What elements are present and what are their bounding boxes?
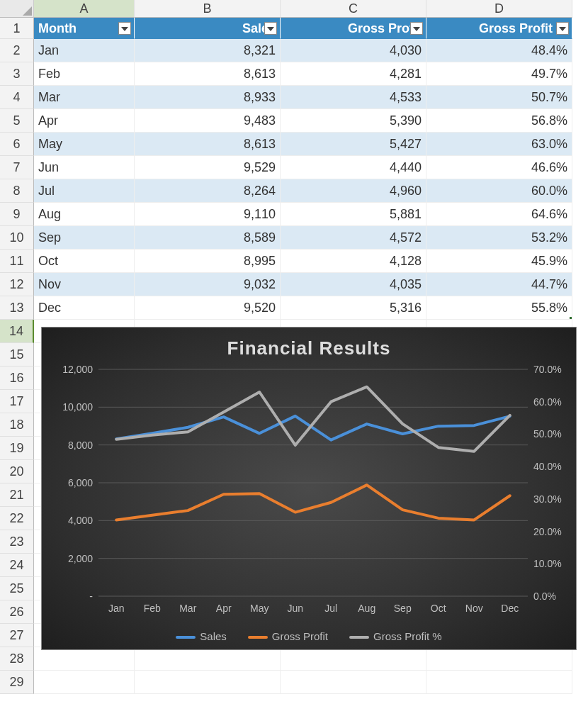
cell[interactable]: 5,316 xyxy=(281,296,426,320)
cell[interactable]: 8,321 xyxy=(135,39,281,62)
cell[interactable]: 5,427 xyxy=(281,133,426,156)
cell[interactable]: 55.8% xyxy=(426,296,572,320)
column-header-D[interactable]: D xyxy=(426,0,572,18)
row-header-14[interactable]: 14 xyxy=(0,320,34,343)
cell[interactable]: 9,520 xyxy=(135,296,281,320)
cell[interactable]: 8,589 xyxy=(135,226,281,250)
row-header-25[interactable]: 25 xyxy=(0,577,34,600)
row-header-15[interactable]: 15 xyxy=(0,343,34,367)
table-header[interactable]: Gross Profit xyxy=(281,18,426,39)
cell[interactable]: 9,110 xyxy=(135,203,281,226)
cell[interactable]: 50.7% xyxy=(426,86,572,109)
cell[interactable]: 4,533 xyxy=(281,86,426,109)
cell[interactable]: 4,035 xyxy=(281,273,426,296)
select-all-corner[interactable] xyxy=(0,0,34,18)
row-header-21[interactable]: 21 xyxy=(0,483,34,507)
cell[interactable]: 8,613 xyxy=(135,62,281,86)
row-header-23[interactable]: 23 xyxy=(0,530,34,554)
cell[interactable]: Mar xyxy=(34,86,135,109)
cell[interactable]: 48.4% xyxy=(426,39,572,62)
cell[interactable]: 45.9% xyxy=(426,250,572,273)
cell[interactable]: 56.8% xyxy=(426,109,572,133)
cell[interactable]: 4,128 xyxy=(281,250,426,273)
cell[interactable]: 4,440 xyxy=(281,156,426,179)
cell[interactable]: Aug xyxy=(34,203,135,226)
legend-item[interactable]: Gross Profit xyxy=(248,630,328,642)
cell[interactable] xyxy=(426,671,572,694)
cell[interactable]: 4,281 xyxy=(281,62,426,86)
filter-dropdown-icon[interactable] xyxy=(118,22,131,35)
filter-dropdown-icon[interactable] xyxy=(410,22,423,35)
row-header-1[interactable]: 1 xyxy=(0,18,34,39)
legend-item[interactable]: Gross Profit % xyxy=(349,630,442,642)
cell[interactable] xyxy=(281,647,426,671)
table-header[interactable]: Gross Profit % xyxy=(426,18,572,39)
cell[interactable]: Sep xyxy=(34,226,135,250)
fill-handle[interactable] xyxy=(570,317,572,320)
row-header-12[interactable]: 12 xyxy=(0,273,34,296)
cell[interactable]: 64.6% xyxy=(426,203,572,226)
cell[interactable]: 60.0% xyxy=(426,179,572,203)
row-header-17[interactable]: 17 xyxy=(0,390,34,413)
cell[interactable]: 53.2% xyxy=(426,226,572,250)
cell[interactable]: 63.0% xyxy=(426,133,572,156)
row-header-9[interactable]: 9 xyxy=(0,203,34,226)
table-header[interactable]: Sales xyxy=(135,18,281,39)
cell[interactable]: 9,483 xyxy=(135,109,281,133)
cell[interactable]: 8,613 xyxy=(135,133,281,156)
row-header-20[interactable]: 20 xyxy=(0,460,34,483)
cell[interactable]: Jul xyxy=(34,179,135,203)
row-header-2[interactable]: 2 xyxy=(0,39,34,62)
cell[interactable] xyxy=(34,671,135,694)
row-header-7[interactable]: 7 xyxy=(0,156,34,179)
row-header-11[interactable]: 11 xyxy=(0,250,34,273)
column-header-C[interactable]: C xyxy=(281,0,426,18)
cell[interactable]: 44.7% xyxy=(426,273,572,296)
cell[interactable]: 46.6% xyxy=(426,156,572,179)
cell[interactable] xyxy=(281,671,426,694)
cell[interactable] xyxy=(426,647,572,671)
row-header-3[interactable]: 3 xyxy=(0,62,34,86)
cell[interactable]: 8,264 xyxy=(135,179,281,203)
row-header-10[interactable]: 10 xyxy=(0,226,34,250)
cell[interactable]: Dec xyxy=(34,296,135,320)
cell[interactable]: 5,390 xyxy=(281,109,426,133)
row-header-8[interactable]: 8 xyxy=(0,179,34,203)
cell[interactable]: 5,881 xyxy=(281,203,426,226)
cell[interactable] xyxy=(34,647,135,671)
cell[interactable]: Jun xyxy=(34,156,135,179)
cell[interactable] xyxy=(135,671,281,694)
row-header-29[interactable]: 29 xyxy=(0,671,34,694)
row-header-18[interactable]: 18 xyxy=(0,413,34,437)
row-header-24[interactable]: 24 xyxy=(0,554,34,577)
row-header-28[interactable]: 28 xyxy=(0,647,34,671)
row-header-16[interactable]: 16 xyxy=(0,367,34,390)
row-header-13[interactable]: 13 xyxy=(0,296,34,320)
row-header-5[interactable]: 5 xyxy=(0,109,34,133)
chart-container[interactable]: Financial Results -2,0004,0006,0008,0001… xyxy=(41,327,577,650)
table-header[interactable]: Month xyxy=(34,18,135,39)
cell[interactable]: 9,529 xyxy=(135,156,281,179)
cell[interactable]: 4,030 xyxy=(281,39,426,62)
cell[interactable]: Apr xyxy=(34,109,135,133)
cell[interactable]: 8,933 xyxy=(135,86,281,109)
cell[interactable]: Oct xyxy=(34,250,135,273)
cell[interactable]: 4,960 xyxy=(281,179,426,203)
filter-dropdown-icon[interactable] xyxy=(264,22,277,35)
column-header-B[interactable]: B xyxy=(135,0,281,18)
cell[interactable]: 4,572 xyxy=(281,226,426,250)
row-header-4[interactable]: 4 xyxy=(0,86,34,109)
cell[interactable]: 9,032 xyxy=(135,273,281,296)
column-header-A[interactable]: A xyxy=(34,0,135,18)
cell[interactable] xyxy=(135,647,281,671)
cell[interactable]: 8,995 xyxy=(135,250,281,273)
cell[interactable]: Jan xyxy=(34,39,135,62)
cell[interactable]: Nov xyxy=(34,273,135,296)
cell[interactable]: 49.7% xyxy=(426,62,572,86)
row-header-27[interactable]: 27 xyxy=(0,624,34,647)
row-header-26[interactable]: 26 xyxy=(0,600,34,624)
row-header-19[interactable]: 19 xyxy=(0,437,34,460)
cell[interactable]: May xyxy=(34,133,135,156)
row-header-22[interactable]: 22 xyxy=(0,507,34,530)
cell[interactable]: Feb xyxy=(34,62,135,86)
